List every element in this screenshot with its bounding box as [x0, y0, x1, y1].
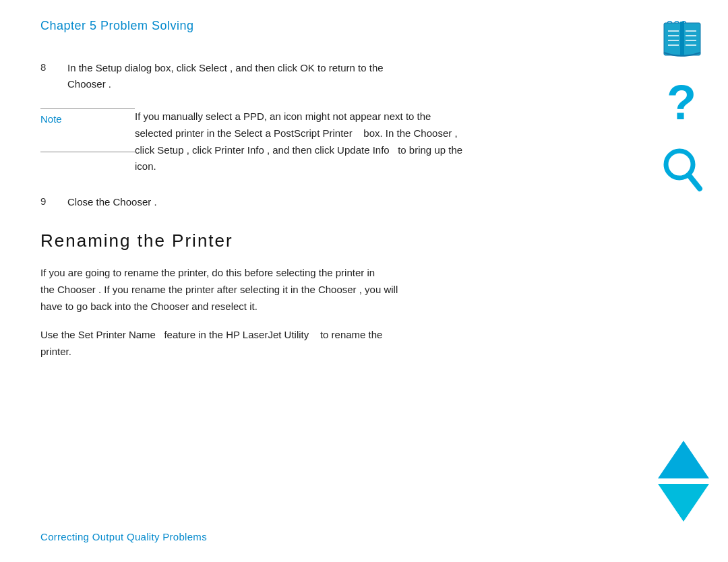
arrow-up-icon[interactable] — [658, 441, 709, 478]
question-icon[interactable]: ? — [655, 74, 709, 135]
step-8-text: In the Setup dialog box, click Select , … — [67, 60, 384, 92]
note-text: If you manually select a PPD, an icon mi… — [135, 108, 462, 175]
step-9: 9 Close the Chooser . — [40, 194, 539, 210]
svg-text:?: ? — [667, 77, 696, 129]
svg-line-13 — [689, 175, 700, 189]
footer-link[interactable]: Correcting Output Quality Problems — [40, 531, 207, 542]
step-8-number: 8 — [40, 60, 57, 92]
step-9-number: 9 — [40, 194, 57, 210]
chapter-label[interactable]: Chapter 5 Problem Solving — [40, 19, 194, 33]
book-icon[interactable] — [655, 13, 709, 67]
sidebar-icons: ? — [655, 13, 709, 202]
search-icon[interactable] — [655, 142, 709, 202]
svg-rect-0 — [664, 23, 681, 55]
svg-rect-2 — [680, 22, 684, 57]
page-header: Chapter 5 Problem Solving 309 — [0, 0, 728, 40]
footer: Correcting Output Quality Problems — [40, 531, 207, 543]
note-label: Note — [40, 109, 135, 152]
note-bottom-line — [40, 152, 135, 152]
section-title: Renaming the Printer — [40, 230, 539, 251]
step-8: 8 In the Setup dialog box, click Select … — [40, 60, 539, 92]
body-paragraph-2: Use the Set Printer Name feature in the … — [40, 327, 539, 361]
nav-arrows — [658, 441, 709, 522]
page-container: Chapter 5 Problem Solving 309 8 In the S… — [0, 0, 728, 562]
step-9-text: Close the Chooser . — [67, 194, 157, 210]
main-content: 8 In the Setup dialog box, click Select … — [0, 40, 580, 386]
note-section: Note If you manually select a PPD, an ic… — [40, 108, 539, 175]
arrow-down-icon[interactable] — [658, 484, 709, 522]
svg-rect-1 — [683, 23, 700, 55]
note-label-wrapper: Note — [40, 108, 135, 175]
body-paragraph-1: If you are going to rename the printer, … — [40, 265, 539, 315]
